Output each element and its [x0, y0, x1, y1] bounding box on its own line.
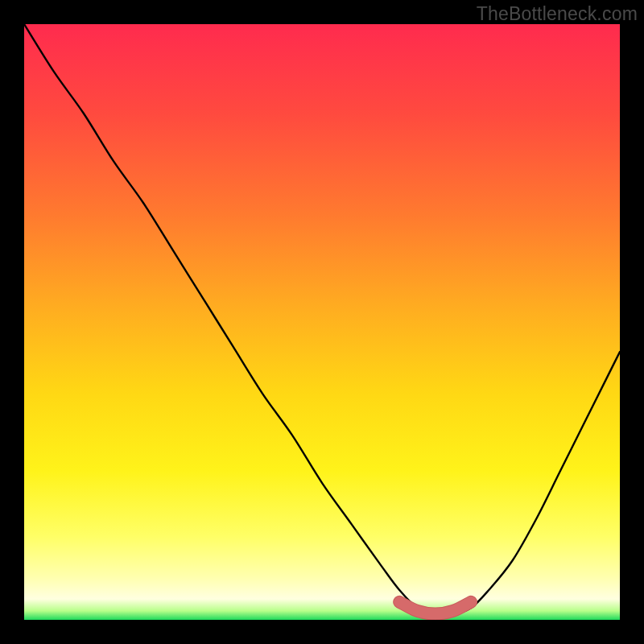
bottleneck-curve — [24, 24, 620, 615]
watermark-text: TheBottleneck.com — [477, 3, 638, 25]
min-plateau-markers — [399, 602, 471, 614]
curve-overlay — [24, 24, 620, 620]
plot-area — [24, 24, 620, 620]
chart-frame: TheBottleneck.com — [0, 0, 644, 644]
